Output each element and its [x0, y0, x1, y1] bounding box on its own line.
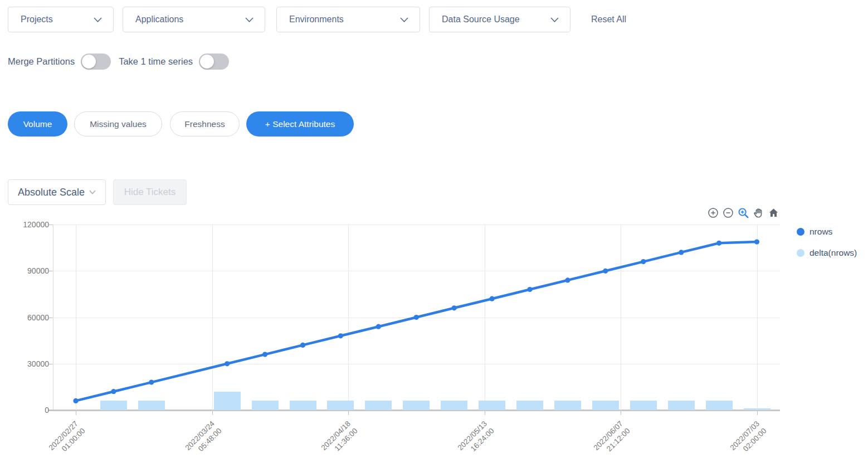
- dropdown-projects-label: Projects: [21, 14, 53, 25]
- merge-partitions-label: Merge Partitions: [8, 56, 75, 67]
- y-tick-mark: [49, 364, 53, 364]
- tab-missing-values[interactable]: Missing values: [74, 111, 162, 137]
- chart-legend: nrows delta(nrows): [797, 227, 857, 269]
- reset-home-icon[interactable]: [767, 206, 779, 220]
- data-point[interactable]: [414, 315, 419, 320]
- dashboard: Projects Applications Environments Data …: [0, 0, 868, 463]
- x-tick-mark: [212, 411, 213, 415]
- dropdown-data-source-usage[interactable]: Data Source Usage: [429, 7, 570, 32]
- pan-hand-icon[interactable]: [752, 206, 764, 220]
- data-point[interactable]: [754, 240, 759, 245]
- x-tick-mark: [76, 411, 76, 415]
- chevron-down-icon: [550, 17, 559, 22]
- x-tick-label-text: 2022/04/1811:36:00: [319, 419, 360, 460]
- dropdown-environments[interactable]: Environments: [276, 7, 420, 32]
- legend-label: nrows: [810, 227, 832, 237]
- data-point[interactable]: [490, 296, 495, 301]
- legend-item-nrows[interactable]: nrows: [797, 227, 857, 237]
- hide-tickets-button[interactable]: Hide Tickets: [113, 179, 187, 205]
- y-tick-mark: [49, 225, 53, 225]
- toggle-knob: [200, 55, 214, 69]
- data-point[interactable]: [149, 380, 154, 385]
- tab-freshness[interactable]: Freshness: [170, 111, 240, 137]
- chevron-down-icon: [89, 190, 96, 194]
- filter-bar: Projects Applications Environments Data …: [8, 7, 626, 32]
- data-point[interactable]: [603, 269, 608, 274]
- y-tick-label: 60000: [4, 313, 49, 322]
- zoom-in-icon[interactable]: [707, 206, 719, 220]
- x-tick-label-text: 2022/07/0302:00:00: [728, 419, 769, 460]
- dropdown-projects[interactable]: Projects: [8, 7, 114, 32]
- dropdown-environments-label: Environments: [289, 14, 344, 25]
- metric-tabs: Volume Missing values Freshness + Select…: [8, 111, 354, 137]
- chart-controls: Absolute Scale Hide Tickets: [8, 179, 187, 205]
- dropdown-applications-label: Applications: [135, 14, 183, 25]
- data-point[interactable]: [111, 389, 116, 394]
- legend-item-delta-nrows[interactable]: delta(nrows): [797, 248, 857, 258]
- y-tick-label: 90000: [4, 266, 49, 275]
- scale-selector[interactable]: Absolute Scale: [8, 179, 106, 205]
- merge-partitions-toggle[interactable]: [81, 53, 111, 70]
- data-point[interactable]: [452, 305, 457, 310]
- y-tick-mark: [49, 318, 53, 318]
- data-point[interactable]: [527, 287, 532, 292]
- legend-dot-delta-nrows: [797, 249, 804, 257]
- x-tick-mark: [348, 411, 349, 415]
- legend-label: delta(nrows): [810, 248, 857, 258]
- x-tick-label-text: 2022/06/0721:12:00: [592, 419, 632, 460]
- chart-plot-area[interactable]: [53, 225, 780, 410]
- x-tick-mark: [621, 411, 621, 415]
- chevron-down-icon: [245, 17, 253, 22]
- data-point[interactable]: [338, 333, 343, 338]
- y-tick-mark: [49, 271, 53, 271]
- x-tick-label-text: 2022/03/2405:48:00: [183, 419, 224, 460]
- x-tick-label-text: 2022/05/1316:24:00: [456, 419, 496, 460]
- data-point[interactable]: [679, 250, 684, 255]
- toggle-knob: [82, 55, 96, 69]
- data-point[interactable]: [716, 241, 721, 246]
- nrows-line: [76, 242, 757, 401]
- take-1-time-series-label: Take 1 time series: [119, 56, 193, 67]
- data-point[interactable]: [641, 259, 646, 264]
- data-point[interactable]: [225, 361, 230, 366]
- tab-volume[interactable]: Volume: [8, 111, 67, 137]
- x-tick-mark: [485, 411, 485, 415]
- y-tick-label: 0: [4, 406, 49, 415]
- toggle-bar: Merge Partitions Take 1 time series: [8, 53, 234, 70]
- dropdown-data-source-usage-label: Data Source Usage: [442, 14, 520, 25]
- take-1-time-series-toggle[interactable]: [199, 53, 229, 70]
- chart-toolbar: [707, 206, 779, 220]
- data-point[interactable]: [376, 324, 381, 329]
- x-tick-mark: [757, 411, 758, 415]
- data-point[interactable]: [73, 398, 78, 403]
- y-tick-label: 30000: [4, 359, 49, 368]
- zoom-box-select-icon[interactable]: [737, 206, 749, 220]
- data-point[interactable]: [262, 352, 267, 357]
- zoom-out-icon[interactable]: [722, 206, 734, 220]
- reset-all-button[interactable]: Reset All: [591, 14, 626, 25]
- select-attributes-button[interactable]: + Select Attributes: [246, 111, 354, 137]
- nrows-line-series[interactable]: [53, 225, 780, 410]
- y-tick-mark: [49, 410, 53, 411]
- scale-selector-value: Absolute Scale: [18, 187, 85, 198]
- chevron-down-icon: [94, 17, 102, 22]
- y-tick-label: 120000: [4, 220, 49, 229]
- data-point[interactable]: [300, 343, 305, 348]
- dropdown-applications[interactable]: Applications: [123, 7, 265, 32]
- chevron-down-icon: [400, 17, 408, 22]
- legend-dot-nrows: [797, 228, 804, 236]
- x-tick-label-text: 2022/02/2701:00:00: [47, 419, 87, 460]
- data-point[interactable]: [565, 277, 570, 282]
